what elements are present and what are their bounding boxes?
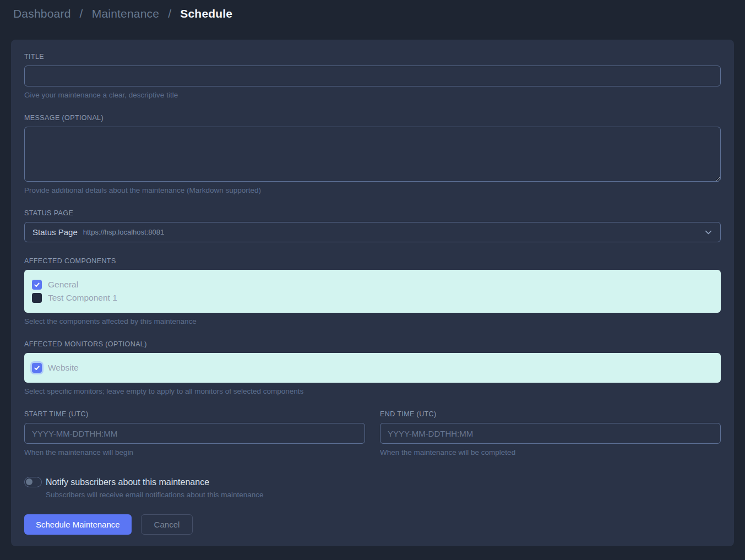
affected-components-field-group: AFFECTED COMPONENTS General Test Compone… [24,257,721,325]
cancel-button[interactable]: Cancel [141,514,193,535]
toggle-knob [26,479,32,485]
breadcrumb-maintenance[interactable]: Maintenance [92,7,159,20]
title-input[interactable] [24,66,721,86]
end-time-helper-text: When the maintenance will be completed [380,448,721,456]
schedule-maintenance-button[interactable]: Schedule Maintenance [24,514,132,535]
top-bar: Dashboard / Maintenance / Schedule [0,0,745,28]
affected-monitors-label: AFFECTED MONITORS (OPTIONAL) [24,340,721,348]
form-actions: Schedule Maintenance Cancel [24,514,721,535]
notify-subscribers-label[interactable]: Notify subscribers about this maintenanc… [46,477,209,487]
message-helper-text: Provide additional details about the mai… [24,186,721,194]
component-option-label: General [48,280,78,290]
checkbox-icon[interactable] [32,363,42,373]
status-page-select[interactable]: Status Page https://hsp.localhost:8081 [24,222,721,242]
status-page-selected-url: https://hsp.localhost:8081 [83,228,164,236]
status-page-selected-name: Status Page [32,227,78,237]
affected-components-helper-text: Select the components affected by this m… [24,317,721,325]
end-time-field-group: END TIME (UTC) When the maintenance will… [380,410,721,456]
status-page-label: STATUS PAGE [24,209,721,217]
schedule-maintenance-form-card: TITLE Give your maintenance a clear, des… [11,40,734,546]
component-option-test-component-1[interactable]: Test Component 1 [32,291,713,305]
start-time-label: START TIME (UTC) [24,410,365,418]
breadcrumb-separator: / [80,7,83,20]
message-label: MESSAGE (OPTIONAL) [24,114,721,122]
notify-subscribers-toggle[interactable] [24,477,42,487]
breadcrumb-dashboard[interactable]: Dashboard [13,7,71,20]
start-time-helper-text: When the maintenance will begin [24,448,365,456]
breadcrumb-current-schedule: Schedule [180,7,232,20]
start-time-input[interactable] [24,423,365,444]
affected-components-list: General Test Component 1 [24,270,721,313]
affected-monitors-field-group: AFFECTED MONITORS (OPTIONAL) Website Sel… [24,340,721,395]
title-field-group: TITLE Give your maintenance a clear, des… [24,53,721,99]
title-label: TITLE [24,53,721,61]
monitor-option-website[interactable]: Website [32,361,713,374]
checkbox-icon[interactable] [32,293,42,303]
start-time-field-group: START TIME (UTC) When the maintenance wi… [24,410,365,456]
chevron-down-icon [704,228,713,236]
message-textarea[interactable] [24,127,721,182]
notify-subscribers-section: Notify subscribers about this maintenanc… [24,477,721,499]
message-field-group: MESSAGE (OPTIONAL) Provide additional de… [24,114,721,194]
status-page-field-group: STATUS PAGE Status Page https://hsp.loca… [24,209,721,242]
monitor-option-label: Website [48,363,79,373]
title-helper-text: Give your maintenance a clear, descripti… [24,91,721,99]
component-option-general[interactable]: General [32,278,713,291]
affected-monitors-list: Website [24,353,721,383]
time-fields-row: START TIME (UTC) When the maintenance wi… [24,410,721,456]
notify-subscribers-helper-text: Subscribers will receive email notificat… [46,491,721,499]
end-time-input[interactable] [380,423,721,444]
component-option-label: Test Component 1 [48,293,117,303]
checkbox-icon[interactable] [32,280,42,290]
breadcrumb-separator: / [168,7,171,20]
affected-monitors-helper-text: Select specific monitors; leave empty to… [24,387,721,395]
affected-components-label: AFFECTED COMPONENTS [24,257,721,265]
end-time-label: END TIME (UTC) [380,410,721,418]
breadcrumb: Dashboard / Maintenance / Schedule [13,7,232,20]
